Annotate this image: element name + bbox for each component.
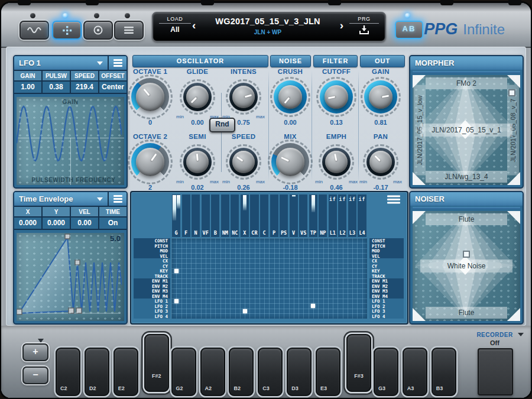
knob-stage (356, 76, 406, 118)
lfo-menu-button[interactable] (108, 56, 126, 70)
key-Fs3[interactable]: F#3 (346, 334, 371, 392)
envelope-title[interactable]: Time Envelope (14, 194, 97, 203)
knob-value: -0.17 (356, 184, 406, 191)
recorder-status[interactable]: Off (468, 339, 521, 346)
recorder-pad[interactable] (478, 348, 513, 395)
matrix-amount-slider[interactable] (312, 195, 315, 212)
key-C2[interactable]: C2 (56, 348, 80, 396)
knob-control[interactable] (229, 148, 258, 176)
noiser-display[interactable]: Flute White Noise Flute (413, 211, 520, 321)
knob-control[interactable] (183, 148, 212, 176)
knob-control[interactable] (183, 83, 212, 111)
record-circle-icon (93, 25, 103, 35)
lfo-waveform-display[interactable]: GAIN PULSEWIDTH FREQUENCY (17, 97, 124, 185)
key-B3[interactable]: B3 (432, 348, 456, 396)
matrix-column-VF: VF (202, 194, 210, 237)
knob-control[interactable] (366, 148, 395, 176)
next-preset-button[interactable]: › (340, 18, 343, 33)
knob-label: PAN (356, 133, 406, 140)
ab-compare-button[interactable]: AB (395, 21, 423, 39)
load-menu[interactable]: LOAD All (159, 16, 191, 34)
noiser-source-center[interactable]: White Noise (420, 259, 513, 273)
prev-preset-button[interactable]: ‹ (192, 18, 196, 33)
matrix-active-cell[interactable] (174, 269, 179, 273)
noiser-position-marker[interactable] (463, 251, 470, 258)
matrix-amount-slider[interactable] (173, 195, 176, 220)
key-E2[interactable]: E2 (113, 348, 138, 396)
key-G3[interactable]: G3 (374, 348, 398, 396)
knob-control[interactable] (131, 143, 169, 181)
matrix-amount-slider[interactable] (292, 195, 296, 197)
lfo-value-speed[interactable]: 219.4 (71, 82, 98, 93)
lfo-value-offset[interactable]: Center (99, 82, 126, 93)
morph-position-marker[interactable] (508, 89, 515, 96)
morpher-header: MORPHER (410, 56, 523, 70)
lfo-dropdown-icon[interactable] (97, 61, 103, 65)
nav-button-menu-list[interactable] (114, 21, 144, 40)
recorder-options-icon[interactable] (518, 333, 524, 336)
envelope-dropdown-icon[interactable] (97, 197, 103, 201)
knob-control[interactable] (229, 83, 258, 111)
key-G2[interactable]: G2 (171, 348, 196, 396)
noiser-corner-handle[interactable] (413, 211, 426, 224)
nav-button-record-circle[interactable] (83, 21, 113, 40)
knob-control[interactable] (271, 143, 309, 181)
noiser-source-bottom[interactable]: Flute (426, 307, 507, 319)
nav-button-mod-matrix[interactable] (52, 21, 82, 40)
knob-emph: EMPHminmax0.46 (312, 133, 361, 191)
knob-control[interactable] (322, 148, 351, 176)
knob-max-label: max (393, 179, 402, 184)
matrix-grid[interactable] (171, 238, 367, 319)
knob-control[interactable] (320, 80, 353, 113)
envelope-value-vel[interactable]: 0.00 (71, 218, 98, 229)
noiser-corner-handle[interactable] (507, 211, 520, 224)
knob-value: 0.75 (219, 119, 268, 126)
knob-control[interactable] (364, 80, 397, 113)
key-C3[interactable]: C3 (258, 348, 283, 396)
knob-value: 0.00 (173, 119, 222, 126)
morpher-source-bottom[interactable]: JLN/wg_13_4 (426, 171, 507, 183)
matrix-amount-slider[interactable] (243, 195, 246, 210)
preset-name[interactable]: WG2017_05_15_v_3_JLN (205, 17, 330, 26)
envelope-value-x[interactable]: 0.000 (14, 218, 41, 229)
envelope-display[interactable]: 5.0 (17, 233, 124, 321)
matrix-active-cell[interactable] (174, 299, 179, 303)
knob-control[interactable] (131, 78, 169, 116)
morpher-source-top[interactable]: FMo 2 (426, 77, 507, 89)
matrix-active-cell[interactable] (311, 304, 315, 308)
matrix-active-cell[interactable] (243, 309, 247, 313)
lfo-value-gain[interactable]: 1.00 (14, 82, 41, 93)
noiser-corner-handle[interactable] (413, 308, 426, 321)
envelope-value-time[interactable]: On (99, 218, 126, 229)
key-D2[interactable]: D2 (85, 348, 109, 396)
matrix-menu-icon[interactable] (387, 199, 400, 200)
noiser-corner-handle[interactable] (507, 308, 520, 321)
matrix-column-L3: L3if (348, 194, 356, 237)
octave-down-button[interactable]: − (22, 366, 48, 384)
envelope-value-table: XYVELTIME0.0000.0000.00On (14, 207, 126, 230)
noiser-source-top[interactable]: Flute (426, 213, 507, 225)
key-A3[interactable]: A3 (403, 348, 427, 396)
octave-up-button[interactable]: + (22, 343, 48, 361)
nav-button-sine-wave[interactable] (20, 21, 49, 40)
morpher-source-center[interactable]: JLN/2017_05_15_v_1 (420, 124, 513, 137)
envelope-value-y[interactable]: 0.000 (43, 218, 70, 229)
matrix-column-PS: PS (280, 194, 288, 237)
key-B2[interactable]: B2 (229, 348, 254, 396)
prg-save-menu[interactable]: PRG (349, 16, 379, 35)
load-bank-value[interactable]: All (159, 24, 191, 34)
lfo-value-pulsw[interactable]: 0.38 (43, 82, 70, 93)
save-download-icon[interactable] (358, 25, 370, 35)
lfo-panel-header: LFO 1 (14, 56, 126, 71)
keyboard-options-icon[interactable] (38, 339, 44, 343)
matrix-amount-slider[interactable] (177, 195, 180, 209)
key-Fs2[interactable]: F#2 (144, 334, 169, 392)
morpher-display[interactable]: FMo 2 JLN/2017_05_15_v_low JLN/2017_05_0… (413, 75, 520, 185)
key-D3[interactable]: D3 (287, 348, 312, 396)
lfo-title[interactable]: LFO 1 (14, 59, 97, 67)
knob-control[interactable] (274, 80, 307, 113)
knob-stage (219, 141, 268, 183)
key-A2[interactable]: A2 (200, 348, 225, 396)
key-E3[interactable]: E3 (316, 348, 340, 396)
envelope-menu-button[interactable] (108, 192, 126, 206)
